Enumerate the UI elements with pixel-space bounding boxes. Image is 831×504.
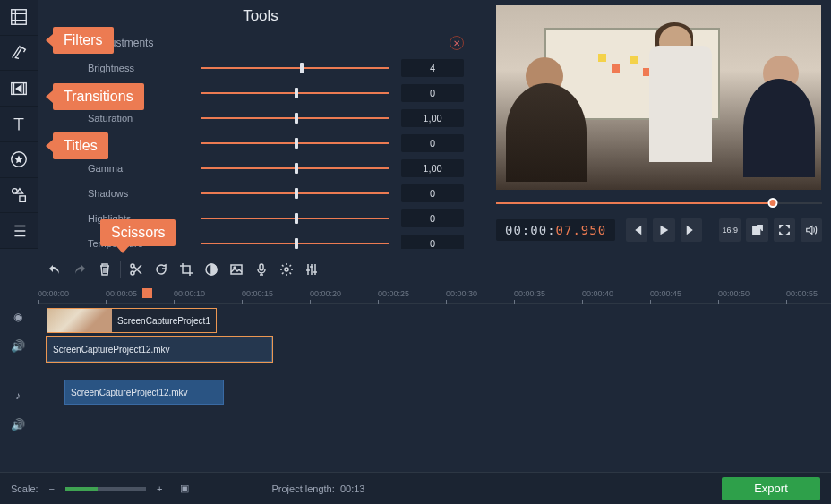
- svg-point-12: [285, 268, 288, 271]
- slider-value[interactable]: 0: [401, 184, 464, 202]
- gear-icon[interactable]: [275, 258, 298, 281]
- slider-track[interactable]: [201, 212, 389, 225]
- slider-label: Saturation: [88, 113, 188, 124]
- slider-track[interactable]: [201, 237, 389, 249]
- undo-button[interactable]: [43, 258, 66, 281]
- project-length-value: 00:13: [340, 483, 365, 494]
- delete-button[interactable]: [93, 258, 116, 281]
- ruler-tick: 00:00:40: [582, 289, 613, 298]
- edit-toolbar: [38, 256, 484, 283]
- scissors-button[interactable]: [124, 258, 148, 281]
- slider-value[interactable]: 0: [401, 134, 464, 152]
- slider-track[interactable]: [201, 87, 389, 99]
- slider-track[interactable]: [201, 112, 389, 124]
- slider-value[interactable]: 0: [401, 84, 464, 102]
- ruler-tick: 00:00:55: [786, 289, 818, 298]
- preview-pane: 00:00:07.950 16:9: [494, 5, 824, 249]
- slider-shadows[interactable]: Shadows0: [38, 181, 484, 206]
- scale-label: Scale:: [11, 483, 39, 494]
- ruler-tick: 00:00:05: [106, 289, 137, 298]
- slider-value[interactable]: 0: [401, 235, 464, 249]
- callout-transitions: Transitions: [53, 83, 144, 110]
- slider-label: Brightness: [88, 63, 188, 73]
- sidebar-media-icon[interactable]: [0, 0, 38, 36]
- slider-label: Shadows: [88, 188, 188, 199]
- zoom-in-button[interactable]: +: [157, 483, 162, 494]
- slider-track[interactable]: [201, 137, 389, 149]
- zoom-out-button[interactable]: −: [49, 483, 55, 494]
- ruler-tick: 00:00:25: [378, 289, 409, 298]
- slider-value[interactable]: 0: [401, 209, 464, 227]
- sidebar-titles-icon[interactable]: [0, 107, 38, 142]
- preview-scrubber[interactable]: [496, 195, 822, 211]
- ruler-tick: 00:00:20: [310, 289, 341, 298]
- slider-value[interactable]: 4: [401, 59, 464, 77]
- prev-frame-button[interactable]: [626, 218, 647, 242]
- track-audio-icon[interactable]: 🔊: [4, 333, 32, 358]
- ruler-tick: 00:00:50: [718, 289, 750, 298]
- ruler-tick: 00:00:35: [514, 289, 545, 298]
- slider-track[interactable]: [201, 162, 389, 175]
- fit-icon[interactable]: ▣: [180, 483, 189, 494]
- slider-gamma[interactable]: Gamma1,00: [38, 156, 484, 181]
- equalizer-icon[interactable]: [300, 258, 323, 281]
- play-button[interactable]: [653, 218, 674, 242]
- sidebar-list-icon[interactable]: [0, 213, 38, 249]
- ruler-tick: 00:00:15: [242, 289, 273, 298]
- sidebar-filters-icon[interactable]: [0, 36, 38, 72]
- sidebar-transitions-icon[interactable]: [0, 71, 38, 107]
- fullscreen-icon[interactable]: [774, 218, 795, 242]
- audio-clip-1[interactable]: ScreenCaptureProject12.mkv: [47, 337, 272, 362]
- ruler-tick: 00:00:00: [38, 289, 69, 298]
- ruler-tick: 00:00:30: [446, 289, 477, 298]
- scale-slider[interactable]: [65, 487, 146, 491]
- slider-value[interactable]: 1,00: [401, 109, 464, 127]
- svg-rect-0: [12, 10, 27, 25]
- image-icon[interactable]: [225, 258, 248, 281]
- left-sidebar: [0, 0, 38, 249]
- slider-track[interactable]: [201, 62, 389, 74]
- svg-point-7: [131, 271, 134, 275]
- track-visibility-icon[interactable]: ◉: [4, 304, 32, 329]
- track-audio2-icon[interactable]: 🔊: [4, 412, 32, 437]
- redo-button[interactable]: [68, 258, 91, 281]
- mic-icon[interactable]: [250, 258, 273, 281]
- slider-track[interactable]: [201, 187, 389, 200]
- ruler-tick: 00:00:45: [650, 289, 681, 298]
- slider-value[interactable]: 1,00: [401, 159, 464, 177]
- sidebar-stickers-icon[interactable]: [0, 142, 38, 178]
- svg-rect-4: [20, 196, 25, 201]
- contrast-icon[interactable]: [200, 258, 223, 281]
- timeline-ruler[interactable]: 00:00:0000:00:0500:00:1000:00:1500:00:20…: [38, 286, 831, 304]
- aspect-button[interactable]: 16:9: [719, 218, 741, 242]
- slider-label: Gamma: [88, 163, 188, 174]
- next-frame-button[interactable]: [681, 218, 702, 242]
- video-clip[interactable]: ScreenCaptureProject1: [47, 308, 217, 333]
- reset-icon[interactable]: ✕: [450, 36, 464, 50]
- callout-titles: Titles: [53, 132, 108, 159]
- popout-icon[interactable]: [746, 218, 767, 242]
- track-music-icon[interactable]: ♪: [4, 383, 32, 408]
- slider-brightness[interactable]: Brightness4: [38, 56, 484, 81]
- audio-clip-2[interactable]: ScreenCaptureProject12.mkv: [64, 380, 224, 405]
- project-length-label: Project length:: [271, 483, 334, 494]
- svg-point-6: [131, 264, 134, 268]
- callout-scissors: Scissors: [100, 219, 176, 246]
- footer-bar: Scale: − + ▣ Project length: 00:13 Expor…: [0, 472, 831, 504]
- export-button[interactable]: Export: [722, 477, 820, 500]
- crop-button[interactable]: [175, 258, 198, 281]
- volume-icon[interactable]: [801, 218, 822, 242]
- timeline: 00:00:0000:00:0500:00:1000:00:1500:00:20…: [0, 286, 831, 466]
- svg-rect-11: [260, 264, 263, 270]
- sidebar-shapes-icon[interactable]: [0, 178, 38, 214]
- rotate-button[interactable]: [150, 258, 173, 281]
- timecode: 00:00:07.950: [496, 219, 615, 241]
- ruler-tick: 00:00:10: [174, 289, 205, 298]
- callout-filters: Filters: [53, 27, 114, 54]
- preview-canvas[interactable]: [496, 5, 821, 190]
